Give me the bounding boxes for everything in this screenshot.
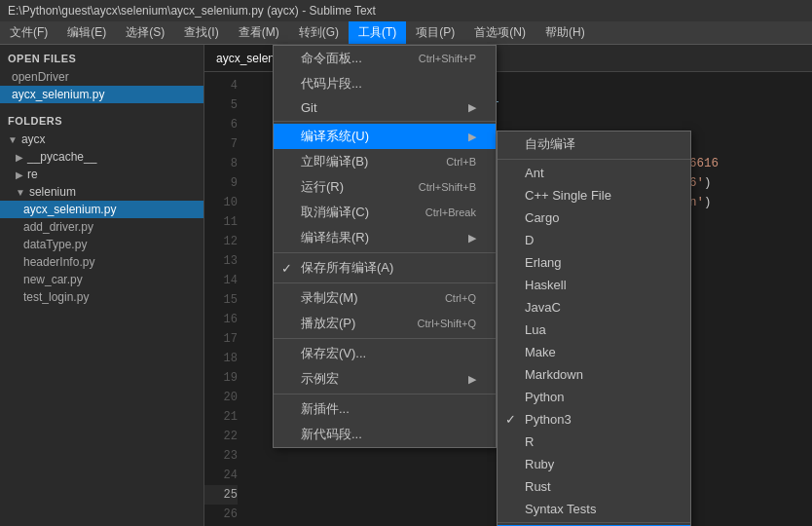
line-num-12: 12 <box>204 232 238 251</box>
buildsys-ant[interactable]: Ant <box>498 162 690 184</box>
buildsys-r[interactable]: R <box>498 431 690 453</box>
line-num-13: 13 <box>204 251 238 271</box>
menu-file[interactable]: 文件(F) <box>0 21 57 44</box>
open-files-header: OPEN FILES <box>0 49 203 68</box>
buildsys-auto[interactable]: 自动编译 <box>498 132 690 157</box>
line-num-11: 11 <box>204 212 238 232</box>
menubar: 文件(F) 编辑(E) 选择(S) 查找(I) 查看(M) 转到(G) 工具(T… <box>0 21 812 45</box>
buildsys-python3[interactable]: Python3 <box>498 408 690 431</box>
menu-find[interactable]: 查找(I) <box>174 21 228 44</box>
folder-selenium[interactable]: ▼ selenium <box>0 183 203 201</box>
line-num-8: 8 <box>204 154 238 173</box>
arrow-icon: ▶ <box>468 131 476 143</box>
buildsys-javac[interactable]: JavaC <box>498 296 690 319</box>
menu-build-now[interactable]: 立即编译(B) Ctrl+B <box>274 149 496 174</box>
arrow-icon: ▶ <box>468 232 476 244</box>
line-num-18: 18 <box>204 349 238 368</box>
menu-snippets[interactable]: 代码片段... <box>274 71 496 96</box>
arrow-icon: ▶ <box>468 373 476 386</box>
folders-header: FOLDERS <box>0 111 203 131</box>
line-num-23: 23 <box>204 446 238 466</box>
buildsys-erlang[interactable]: Erlang <box>498 251 690 274</box>
line-num-7: 7 <box>204 134 238 154</box>
buildsys-markdown[interactable]: Markdown <box>498 363 690 386</box>
expand-icon: ▶ <box>16 169 23 180</box>
buildsys-haskell[interactable]: Haskell <box>498 274 690 296</box>
open-files-section: OPEN FILES openDriver aycx_selenium.py <box>0 45 203 107</box>
separator5 <box>274 394 496 394</box>
titlebar-text: E:\Python\guest\aycx\selenium\aycx_selen… <box>8 4 376 18</box>
sidebar: OPEN FILES openDriver aycx_selenium.py F… <box>0 45 204 526</box>
menu-example-macro[interactable]: 示例宏 ▶ <box>274 366 496 392</box>
menu-select[interactable]: 选择(S) <box>116 21 174 44</box>
sidebar-file-headerinfo[interactable]: headerInfo.py <box>0 253 203 271</box>
expand-icon: ▶ <box>16 152 23 163</box>
menu-cancel-build[interactable]: 取消编译(C) Ctrl+Break <box>274 200 496 225</box>
expand-icon: ▼ <box>16 187 25 198</box>
line-num-5: 5 <box>204 95 238 115</box>
sidebar-file-datatype[interactable]: dataType.py <box>0 236 203 253</box>
tools-dropdown: 命令面板... Ctrl+Shift+P 代码片段... Git ▶ 编译系统(… <box>273 45 497 448</box>
menu-new-snippet[interactable]: 新代码段... <box>274 422 496 447</box>
menu-save-macro[interactable]: 保存宏(V)... <box>274 341 496 366</box>
line-num-25: 25 <box>204 485 238 505</box>
buildsys-d[interactable]: D <box>498 229 690 251</box>
buildsys-make[interactable]: Make <box>498 341 690 363</box>
menu-record-macro[interactable]: 录制宏(M) Ctrl+Q <box>274 285 496 311</box>
folders-section: FOLDERS ▼ aycx ▶ __pycache__ ▶ re ▼ sele… <box>0 107 203 310</box>
menu-build-results[interactable]: 编译结果(R) ▶ <box>274 225 496 250</box>
folder-aycx[interactable]: ▼ aycx <box>0 131 203 148</box>
buildsys-dropdown: 自动编译 Ant C++ Single File Cargo D Erlang … <box>497 131 691 526</box>
buildsys-python[interactable]: Python <box>498 386 690 408</box>
sidebar-file-test-login[interactable]: test_login.py <box>0 288 203 306</box>
menu-save-all-builds[interactable]: 保存所有编译(A) <box>274 255 496 281</box>
menu-edit[interactable]: 编辑(E) <box>57 21 116 44</box>
sidebar-file-aycx-selenium[interactable]: aycx_selenium.py <box>0 86 203 103</box>
line-numbers: 4 5 6 7 8 9 10 11 12 13 14 15 16 17 18 1… <box>204 72 243 526</box>
line-num-19: 19 <box>204 368 238 388</box>
line-num-20: 20 <box>204 388 238 407</box>
line-num-15: 15 <box>204 290 238 310</box>
menu-preferences[interactable]: 首选项(N) <box>464 21 535 44</box>
folder-re[interactable]: ▶ re <box>0 166 203 183</box>
line-num-6: 6 <box>204 115 238 134</box>
buildsys-lua[interactable]: Lua <box>498 319 690 341</box>
buildsys-rust[interactable]: Rust <box>498 475 690 498</box>
arrow-icon: ▶ <box>468 101 476 114</box>
expand-icon: ▼ <box>8 134 18 145</box>
line-num-16: 16 <box>204 310 238 329</box>
menu-view[interactable]: 查看(M) <box>229 21 289 44</box>
titlebar: E:\Python\guest\aycx\selenium\aycx_selen… <box>0 0 812 21</box>
line-num-4: 4 <box>204 76 238 95</box>
buildsys-syntax-tests[interactable]: Syntax Tests <box>498 498 690 520</box>
sidebar-file-aycx-selenium-py[interactable]: aycx_selenium.py <box>0 201 203 218</box>
menu-project[interactable]: 项目(P) <box>406 21 464 44</box>
menu-play-macro[interactable]: 播放宏(P) Ctrl+Shift+Q <box>274 311 496 336</box>
folder-pycache[interactable]: ▶ __pycache__ <box>0 148 203 166</box>
menu-command-palette[interactable]: 命令面板... Ctrl+Shift+P <box>274 46 496 71</box>
menu-tools[interactable]: 工具(T) <box>349 21 406 44</box>
menu-goto[interactable]: 转到(G) <box>289 21 349 44</box>
line-num-22: 22 <box>204 427 238 446</box>
sidebar-file-add-driver[interactable]: add_driver.py <box>0 218 203 236</box>
line-num-24: 24 <box>204 466 238 485</box>
line-num-26: 26 <box>204 505 238 524</box>
menu-git[interactable]: Git ▶ <box>274 96 496 119</box>
line-num-14: 14 <box>204 271 238 290</box>
separator4 <box>274 338 496 339</box>
line-num-10: 10 <box>204 193 238 212</box>
line-num-21: 21 <box>204 407 238 427</box>
buildsys-cargo[interactable]: Cargo <box>498 207 690 229</box>
menu-help[interactable]: 帮助(H) <box>535 21 595 44</box>
menu-run[interactable]: 运行(R) Ctrl+Shift+B <box>274 174 496 200</box>
buildsys-cpp[interactable]: C++ Single File <box>498 184 690 207</box>
sidebar-file-opendriver[interactable]: openDriver <box>0 68 203 86</box>
buildsys-ruby[interactable]: Ruby <box>498 453 690 475</box>
menu-build-system[interactable]: 编译系统(U) ▶ <box>274 124 496 149</box>
separator2 <box>274 252 496 253</box>
separator3 <box>274 282 496 283</box>
sidebar-file-new-car[interactable]: new_car.py <box>0 271 203 288</box>
menu-new-plugin[interactable]: 新插件... <box>274 396 496 422</box>
separator2 <box>498 522 690 523</box>
separator <box>274 121 496 122</box>
